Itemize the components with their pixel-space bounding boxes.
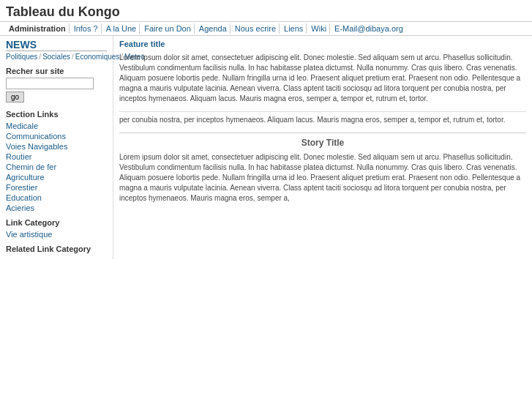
nav-bar: Administration Infos ? A la Une Faire un… [0, 21, 532, 36]
section-links: Section Links Medicale Communications Vo… [6, 110, 107, 212]
nav-liens[interactable]: Liens [281, 23, 307, 34]
link-voies-navigables[interactable]: Voies Navigables [6, 142, 107, 151]
story-title: Story Title [119, 138, 526, 148]
feature-title: Feature title [119, 39, 526, 50]
nav-email[interactable]: E-Mail@dibaya.org [331, 23, 406, 34]
link-communications[interactable]: Communications [6, 132, 107, 141]
link-medicale[interactable]: Medicale [6, 122, 107, 130]
link-forestier[interactable]: Forestier [6, 183, 107, 192]
news-sociales[interactable]: Sociales [42, 53, 70, 61]
lorem-middle-text: per conubia nostra, per inceptos hymenae… [119, 111, 526, 125]
site-title: Tableau du Kongo [6, 4, 526, 20]
left-sidebar: NEWS Politiques / Sociales / Economiques… [0, 36, 113, 259]
link-category-label: Link Category [6, 218, 107, 227]
link-category: Link Category Vie artistique [6, 218, 107, 239]
nav-administration[interactable]: Administration [6, 23, 70, 34]
nav-a-la-une[interactable]: A la Une [103, 23, 141, 34]
feature-block: Feature title Lorem ipsum dolor sit amet… [119, 39, 526, 104]
news-section: NEWS Politiques / Sociales / Economiques… [6, 39, 107, 61]
nav-faire-un-don[interactable]: Faire un Don [141, 23, 195, 34]
feature-text: Feature title Lorem ipsum dolor sit amet… [119, 39, 526, 104]
link-education[interactable]: Education [6, 193, 107, 202]
nav-nous-ecrire[interactable]: Nous ecrire [232, 23, 280, 34]
main-content: Feature title Lorem ipsum dolor sit amet… [113, 36, 532, 259]
search-input[interactable] [6, 78, 94, 89]
content-area: NEWS Politiques / Sociales / Economiques… [0, 36, 532, 259]
related-link-category: Related Link Category [6, 245, 107, 253]
related-link-category-label: Related Link Category [6, 245, 107, 253]
news-politiques[interactable]: Politiques [6, 53, 37, 61]
news-label: NEWS [6, 39, 107, 51]
link-chemin-de-fer[interactable]: Chemin de fer [6, 163, 107, 171]
link-routier[interactable]: Routier [6, 152, 107, 161]
feature-body: Lorem ipsum dolor sit amet, consectetuer… [119, 53, 526, 104]
story-text: Lorem ipsum dolor sit amet, consectetuer… [119, 152, 526, 204]
section-links-label: Section Links [6, 110, 107, 119]
nav-agenda[interactable]: Agenda [196, 23, 231, 34]
nav-wiki[interactable]: Wiki [308, 23, 330, 34]
link-agriculture[interactable]: Agriculture [6, 173, 107, 182]
link-acieries[interactable]: Acieries [6, 204, 107, 212]
news-sublinks: Politiques / Sociales / Economiques / Me… [6, 53, 107, 61]
search-label: Recher sur site [6, 67, 107, 75]
search-section: Recher sur site go [6, 67, 107, 102]
link-vie-artistique[interactable]: Vie artistique [6, 230, 107, 239]
go-button[interactable]: go [6, 92, 24, 102]
nav-infos[interactable]: Infos ? [71, 23, 102, 34]
story-section: Story Title Lorem ipsum dolor sit amet, … [119, 133, 526, 204]
